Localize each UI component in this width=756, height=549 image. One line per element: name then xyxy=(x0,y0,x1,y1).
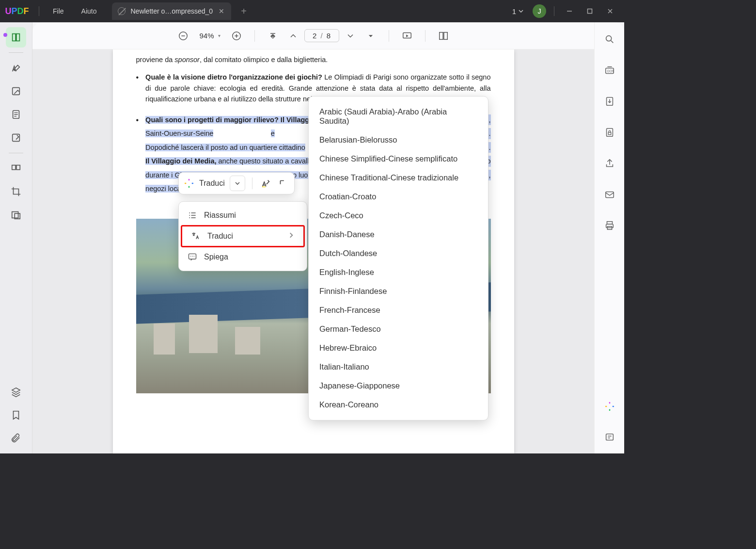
lang-option[interactable]: Arabic (Saudi Arabia)-Arabo (Arabia Saud… xyxy=(309,102,488,130)
ai-dropdown-button[interactable] xyxy=(230,176,245,191)
document-tab[interactable]: Newletter o…ompressed_0 ✕ xyxy=(112,2,231,20)
menu-item-explain[interactable]: Spiega xyxy=(179,247,307,267)
chevron-down-icon xyxy=(518,8,524,14)
svg-rect-11 xyxy=(439,32,442,39)
lang-option[interactable]: Finnish-Finlandese xyxy=(309,282,488,301)
selected-text: Dopodiché lascerà il posto ad un quartie… xyxy=(145,144,305,151)
ocr-button[interactable]: OCR xyxy=(599,60,620,81)
lang-option[interactable]: English-Inglese xyxy=(309,263,488,282)
list-icon xyxy=(188,210,197,220)
layers-button[interactable] xyxy=(6,382,26,402)
selected-text: Il Villaggio dei Media, xyxy=(145,157,218,165)
menu-file[interactable]: File xyxy=(44,7,73,15)
window-count-value: 1 xyxy=(512,7,516,16)
zoom-value: 94% xyxy=(199,32,214,40)
highlight-tool-button[interactable] xyxy=(259,177,272,190)
zoom-out-button[interactable] xyxy=(174,27,192,45)
next-page-button[interactable] xyxy=(341,27,360,45)
zoom-in-button[interactable] xyxy=(227,27,246,45)
lang-option[interactable]: Italian-Italiano xyxy=(309,357,488,376)
svg-rect-18 xyxy=(608,132,611,135)
svg-point-13 xyxy=(606,36,611,41)
presentation-button[interactable] xyxy=(398,27,416,45)
ai-toolbar-popup: Traduci xyxy=(178,172,295,194)
form-tool-button[interactable] xyxy=(6,128,26,148)
ai-toolbar-label: Traduci xyxy=(199,179,225,188)
attachment-button[interactable] xyxy=(6,428,26,449)
lang-option[interactable]: Japanese-Giapponese xyxy=(309,376,488,395)
svg-rect-6 xyxy=(12,212,18,218)
svg-rect-0 xyxy=(588,9,592,14)
menu-item-label: Riassumi xyxy=(204,211,236,220)
prev-page-button[interactable] xyxy=(284,27,302,45)
window-maximize-button[interactable] xyxy=(580,3,600,19)
divider xyxy=(39,6,39,16)
page-indicator[interactable]: 2 / 8 xyxy=(304,29,339,42)
divider xyxy=(554,6,554,16)
lang-option[interactable]: Hebrew-Ebraico xyxy=(309,339,488,357)
chat-icon xyxy=(188,252,197,262)
divider xyxy=(9,153,23,153)
page-separator: / xyxy=(320,32,322,40)
svg-rect-12 xyxy=(443,32,447,39)
app-logo: UPDF xyxy=(0,6,34,16)
selected-text: anche questo situato a cavallo di xyxy=(219,157,320,165)
lang-option[interactable]: Belarusian-Bielorusso xyxy=(309,130,488,149)
svg-rect-20 xyxy=(607,222,612,225)
ai-assistant-button[interactable] xyxy=(599,396,620,417)
lang-option[interactable]: Korean-Coreano xyxy=(309,395,488,414)
lang-option[interactable]: Chinese Simplified-Cinese semplificato xyxy=(309,149,488,168)
page-view-button[interactable] xyxy=(434,27,453,45)
menu-item-label: Traduci xyxy=(207,232,233,241)
last-page-button[interactable] xyxy=(362,27,380,45)
edit-tool-button[interactable] xyxy=(6,81,26,101)
ai-action-menu: Riassumi Traduci Spiega xyxy=(178,201,307,271)
window-close-button[interactable] xyxy=(600,3,620,19)
lang-option[interactable]: Danish-Danese xyxy=(309,225,488,244)
current-page: 2 xyxy=(313,32,316,40)
chevron-right-icon xyxy=(288,232,295,241)
protect-button[interactable] xyxy=(599,122,620,143)
svg-point-26 xyxy=(190,256,191,257)
print-button[interactable] xyxy=(599,215,620,236)
organize-pages-button[interactable] xyxy=(6,158,26,178)
lang-option[interactable]: German-Tedesco xyxy=(309,320,488,339)
menu-item-summarize[interactable]: Riassumi xyxy=(179,206,307,225)
lang-option[interactable]: Croatian-Croato xyxy=(309,187,488,206)
page-tool-button[interactable] xyxy=(6,104,26,125)
lang-option[interactable]: Czech-Ceco xyxy=(309,206,488,225)
notes-button[interactable] xyxy=(599,427,620,448)
svg-rect-3 xyxy=(13,134,20,142)
tab-title: Newletter o…ompressed_0 xyxy=(130,7,213,15)
divider xyxy=(425,30,425,42)
more-tools-button[interactable] xyxy=(277,177,289,190)
edge-indicator-dot xyxy=(3,33,7,37)
lang-option[interactable]: French-Francese xyxy=(309,301,488,320)
menu-item-translate[interactable]: Traduci xyxy=(181,225,305,247)
share-button[interactable] xyxy=(599,153,620,174)
email-button[interactable] xyxy=(599,184,620,205)
redact-tool-button[interactable] xyxy=(6,205,26,225)
divider xyxy=(252,178,252,189)
lang-option[interactable]: Chinese Traditional-Cinese tradizionale xyxy=(309,168,488,187)
reader-mode-button[interactable] xyxy=(6,27,26,48)
new-tab-button[interactable]: + xyxy=(241,6,247,17)
window-minimize-button[interactable] xyxy=(559,3,580,19)
convert-button[interactable] xyxy=(599,91,620,112)
search-button[interactable] xyxy=(599,29,620,49)
lang-option[interactable]: Dutch-Olandese xyxy=(309,244,488,263)
selected-text: Saint-Ouen-sur-Seine xyxy=(145,129,213,137)
comment-tool-button[interactable] xyxy=(6,58,26,78)
titlebar: UPDF File Aiuto Newletter o…ompressed_0 … xyxy=(0,0,624,22)
user-avatar[interactable]: J xyxy=(533,4,546,18)
window-count[interactable]: 1 xyxy=(510,7,526,16)
crop-tool-button[interactable] xyxy=(6,181,26,202)
ai-icon xyxy=(184,178,194,189)
zoom-level[interactable]: 94%▾ xyxy=(194,32,225,40)
menu-help[interactable]: Aiuto xyxy=(73,7,106,15)
bookmark-button[interactable] xyxy=(6,405,26,425)
tab-close-button[interactable]: ✕ xyxy=(218,7,225,15)
language-submenu: Arabic (Saudi Arabia)-Arabo (Arabia Saud… xyxy=(308,96,488,420)
caret-down-icon: ▾ xyxy=(218,33,220,38)
first-page-button[interactable] xyxy=(264,27,282,45)
